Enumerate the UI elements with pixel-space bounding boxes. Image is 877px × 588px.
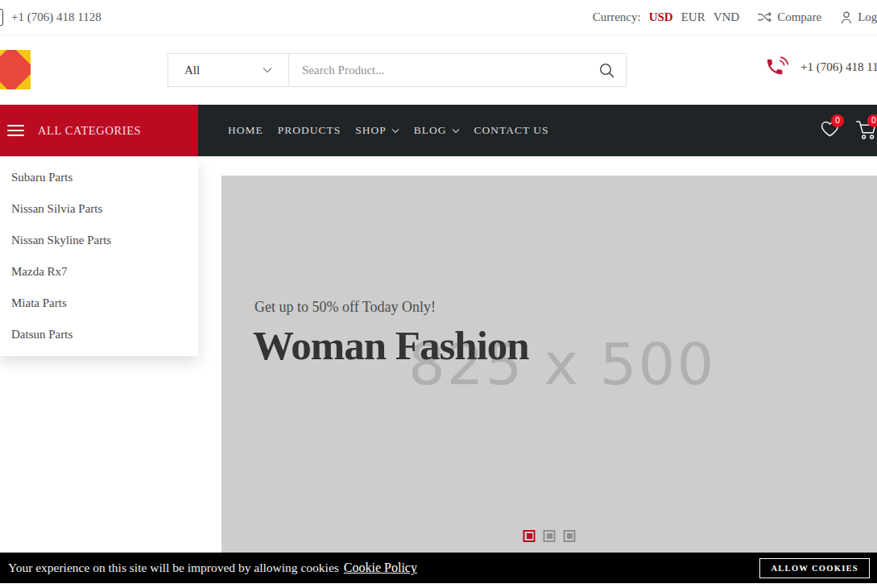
hero-title: Woman Fashion [253, 322, 529, 369]
user-icon [841, 11, 852, 24]
nav-item-label: SHOP [355, 124, 387, 137]
nav-item-products[interactable]: PRODUCTS [278, 124, 341, 137]
main-navbar: ALL CATEGORIES HOME PRODUCTS SHOP BLOG C… [0, 105, 877, 156]
category-item-miata-parts[interactable]: Miata Parts [0, 288, 198, 319]
site-logo[interactable] [0, 50, 31, 89]
top-utility-bar: +1 (706) 418 1128 Currency: USD EUR VND … [0, 0, 877, 35]
currency-label: Currency: [593, 10, 641, 24]
currency-option-vnd[interactable]: VND [714, 10, 740, 24]
compare-link[interactable]: Compare [757, 10, 821, 24]
wishlist-button[interactable]: 0 [820, 120, 840, 141]
slider-dot-3[interactable] [564, 530, 576, 542]
page: +1 (706) 418 1128 Currency: USD EUR VND … [0, 0, 877, 588]
category-item-datsun-parts[interactable]: Datsun Parts [0, 319, 198, 350]
nav-item-contact-us[interactable]: CONTACT US [474, 124, 549, 137]
topbar-links: Currency: USD EUR VND Compare Lo [593, 0, 877, 35]
login-link[interactable]: Login [841, 10, 877, 24]
nav-item-label: HOME [228, 124, 263, 137]
wishlist-count-badge: 0 [831, 114, 844, 127]
category-item-nissan-silvia-parts[interactable]: Nissan Silvia Parts [0, 193, 198, 225]
phone-ring-icon [763, 55, 791, 79]
search-bar: All [168, 53, 627, 87]
slider-dot-1[interactable] [523, 530, 536, 542]
topbar-phone: +1 (706) 418 1128 [0, 0, 101, 35]
cart-count-badge: 0 [867, 114, 877, 127]
category-item-nissan-skyline-parts[interactable]: Nissan Skyline Parts [0, 225, 198, 256]
currency-option-usd[interactable]: USD [649, 10, 673, 24]
nav-item-label: PRODUCTS [278, 124, 341, 137]
topbar-phone-number: +1 (706) 418 1128 [11, 10, 101, 24]
all-categories-button[interactable]: ALL CATEGORIES [0, 105, 198, 156]
nav-item-label: BLOG [414, 124, 447, 137]
chevron-down-icon [391, 128, 399, 134]
header-phone: +1 (706) 418 1128 [763, 55, 877, 79]
cookie-message: Your experience on this site will be imp… [8, 561, 339, 575]
mobile-phone-icon [0, 9, 3, 26]
cookie-consent-bar: Your experience on this site will be imp… [0, 553, 877, 583]
search-icon [598, 62, 615, 79]
search-category-dropdown[interactable]: All [168, 54, 289, 86]
chevron-down-icon [452, 128, 460, 134]
search-category-value: All [184, 64, 200, 77]
currency-option-eur[interactable]: EUR [681, 10, 705, 24]
slider-dots [523, 530, 576, 542]
nav-item-shop[interactable]: SHOP [355, 124, 399, 137]
shuffle-icon [757, 11, 772, 23]
header-phone-number: +1 (706) 418 1128 [800, 60, 877, 74]
nav-links: HOME PRODUCTS SHOP BLOG CONTACT US [228, 105, 549, 156]
compare-label: Compare [777, 10, 821, 24]
chevron-down-icon [263, 67, 272, 73]
allow-cookies-button[interactable]: ALLOW COOKIES [759, 558, 870, 578]
nav-item-label: CONTACT US [474, 124, 549, 137]
categories-dropdown-panel: Subaru Parts Nissan Silvia Parts Nissan … [0, 158, 198, 356]
slider-dot-2[interactable] [544, 530, 556, 542]
nav-item-blog[interactable]: BLOG [414, 124, 460, 137]
logo-diamond-shape [0, 50, 31, 89]
hero-subtitle: Get up to 50% off Today Only! [254, 299, 436, 316]
login-label: Login [858, 10, 877, 24]
search-button[interactable] [587, 54, 626, 86]
category-item-subaru-parts[interactable]: Subaru Parts [0, 162, 198, 193]
hero-slider: 825 x 500 Get up to 50% off Today Only! … [221, 176, 877, 553]
cookie-policy-link[interactable]: Cookie Policy [344, 561, 417, 575]
hamburger-icon [7, 125, 24, 136]
category-item-mazda-rx7[interactable]: Mazda Rx7 [0, 256, 198, 288]
cart-button[interactable]: 0 [855, 120, 877, 143]
search-input[interactable] [289, 54, 587, 86]
all-categories-label: ALL CATEGORIES [38, 124, 141, 138]
nav-item-home[interactable]: HOME [228, 124, 263, 137]
